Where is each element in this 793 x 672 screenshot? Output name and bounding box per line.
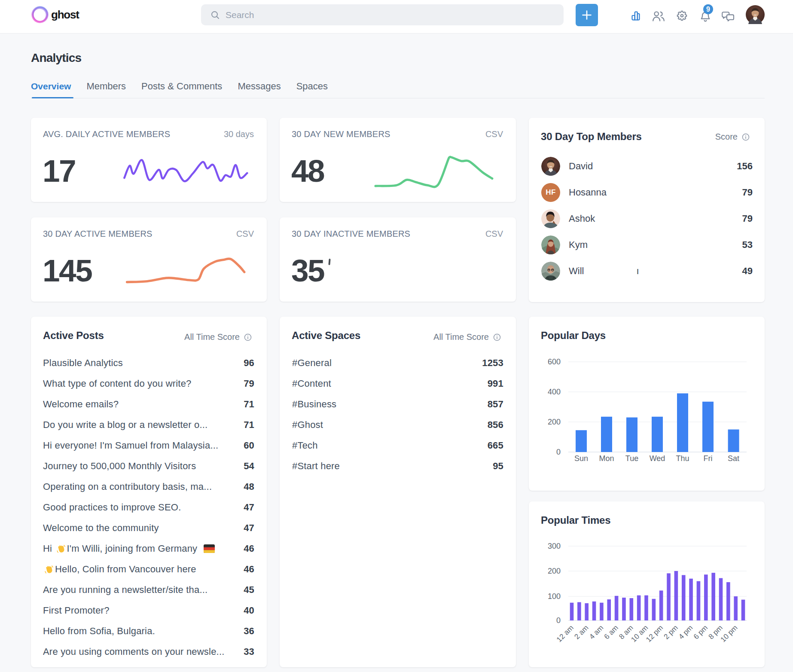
svg-text:Wed: Wed [650, 454, 665, 463]
svg-text:200: 200 [548, 418, 561, 426]
svg-text:Fri: Fri [704, 454, 713, 463]
svg-text:Mon: Mon [599, 454, 614, 463]
svg-text:200: 200 [548, 567, 561, 575]
svg-text:12 am: 12 am [555, 623, 575, 644]
svg-text:2 pm: 2 pm [662, 623, 680, 641]
svg-text:Sun: Sun [574, 454, 588, 463]
svg-text:2 am: 2 am [573, 623, 590, 641]
svg-text:4 am: 4 am [588, 623, 605, 641]
svg-text:0: 0 [556, 616, 561, 625]
svg-text:Thu: Thu [676, 454, 689, 463]
svg-text:4 pm: 4 pm [677, 623, 694, 641]
svg-text:400: 400 [548, 388, 561, 396]
svg-text:100: 100 [548, 592, 561, 601]
svg-text:0: 0 [556, 448, 561, 456]
svg-text:6 am: 6 am [603, 623, 620, 641]
svg-text:12 pm: 12 pm [644, 623, 665, 644]
svg-text:Tue: Tue [625, 454, 638, 463]
svg-text:300: 300 [548, 542, 561, 550]
svg-text:6 pm: 6 pm [692, 623, 709, 641]
svg-text:600: 600 [548, 357, 561, 366]
svg-text:10 pm: 10 pm [719, 623, 739, 644]
svg-text:Sat: Sat [728, 454, 739, 463]
